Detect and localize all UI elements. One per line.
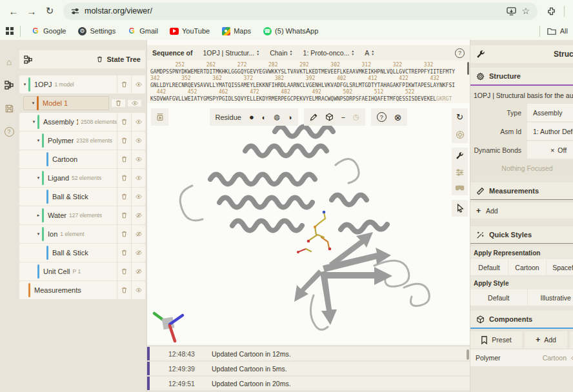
visibility-on-icon[interactable]	[131, 75, 145, 93]
delete-node-icon[interactable]	[117, 113, 131, 131]
tree-item[interactable]: Measurements	[19, 281, 117, 299]
sequence-line[interactable]: GAMDPSSPNYDKWEMERTDITMKHKLGGGQYGEVYEGVWK…	[150, 69, 470, 76]
tree-item[interactable]: Cartoon	[19, 150, 117, 168]
visibility-on-icon[interactable]	[131, 169, 145, 187]
bookmark-settings[interactable]: ⚙Settings	[73, 24, 120, 37]
expand-arrow-icon[interactable]: ▾	[35, 231, 42, 237]
install-icon[interactable]	[507, 7, 516, 15]
delete-node-icon[interactable]	[117, 75, 131, 93]
close-selection-icon[interactable]: ⊗	[394, 112, 402, 122]
tree-item[interactable]: Unit CellP 1	[19, 262, 117, 280]
reload-icon[interactable]: ↻	[41, 3, 58, 19]
visibility-on-icon[interactable]	[131, 132, 145, 150]
remove-state-icon[interactable]	[96, 55, 103, 63]
reset-camera-icon[interactable]: ↻	[456, 112, 463, 122]
bookmark-youtube[interactable]: YouTube	[165, 24, 214, 37]
back-icon[interactable]: ←	[5, 3, 22, 19]
expand-arrow-icon[interactable]: ▾	[21, 82, 28, 87]
home-icon[interactable]: ⌂	[4, 57, 14, 67]
xr-goggles-icon[interactable]	[455, 185, 465, 191]
controls-wrench-icon[interactable]	[456, 152, 464, 160]
measurements-section-header[interactable]: Measurements	[470, 182, 573, 199]
protein-structure[interactable]	[147, 103, 470, 345]
tree-item[interactable]: ▾Assembly 12508 elements	[19, 113, 117, 131]
all-bookmarks-label[interactable]: All	[560, 27, 568, 35]
components-section-header[interactable]: Components	[470, 311, 573, 328]
subtract-icon[interactable]: −	[341, 113, 345, 121]
sequence-scrollbar[interactable]	[467, 62, 469, 75]
delete-node-icon[interactable]	[117, 225, 131, 243]
settings-sliders-icon[interactable]	[456, 168, 464, 177]
tree-item[interactable]: ▾Polymer2328 elements	[19, 132, 117, 150]
site-settings-icon[interactable]	[71, 7, 79, 15]
bookmark-google[interactable]: GGoogle	[26, 24, 70, 37]
component-cube-icon[interactable]	[325, 113, 334, 121]
expand-arrow-icon[interactable]: ▾	[30, 101, 37, 106]
selection-cursor-icon[interactable]	[456, 204, 464, 213]
save-icon[interactable]	[4, 103, 14, 113]
mode-select[interactable]: Chain▲▼	[266, 49, 296, 57]
help-icon[interactable]: ?	[4, 126, 14, 137]
rep-spacefill-button[interactable]: Spacefill	[547, 259, 573, 275]
sequence-help-icon[interactable]: ?	[455, 48, 465, 58]
component-add-button[interactable]: + Add	[525, 331, 567, 348]
bookmark-gmail[interactable]: GGmail	[123, 24, 163, 37]
theme-brush-icon[interactable]	[310, 113, 317, 121]
address-bar[interactable]: molstar.org/viewer/ ☆	[63, 3, 538, 20]
visibility-on-icon[interactable]	[131, 113, 145, 131]
delete-node-icon[interactable]	[117, 206, 131, 224]
rep-cartoon-button[interactable]: Cartoon	[508, 259, 546, 275]
selection-help-icon[interactable]: ?	[377, 112, 387, 122]
rep-default-button[interactable]: Default	[470, 259, 508, 275]
delete-node-icon[interactable]	[117, 132, 131, 150]
structure-section-header[interactable]: Structure	[470, 68, 573, 84]
granularity-select[interactable]: Residue	[216, 113, 241, 121]
type-value[interactable]: Assembly	[527, 104, 573, 121]
measurements-add-button[interactable]: + Add	[470, 202, 573, 219]
tree-item[interactable]: ▾Ligand52 elements	[19, 169, 117, 187]
tree-item[interactable]: ▾Ion1 element	[19, 225, 117, 243]
sequence-line[interactable]: GNLLDYLRECNRQEVSAVVLLYMATQISSAMEYLEKKNFI…	[150, 83, 470, 90]
expand-arrow-icon[interactable]: ▾	[35, 138, 42, 143]
delete-node-icon[interactable]	[117, 188, 131, 206]
tree-item[interactable]: ▸Water127 elements	[19, 206, 117, 224]
asm-id-value[interactable]: 1: Author Defined Assembly	[527, 122, 573, 140]
style-default-button[interactable]: Default	[470, 289, 527, 306]
apps-grid-icon[interactable]	[5, 26, 14, 35]
delete-node-icon[interactable]	[117, 281, 131, 299]
bookmark-star-icon[interactable]: ☆	[521, 6, 530, 16]
visibility-off-icon[interactable]	[131, 262, 145, 280]
history-icon[interactable]: ◷	[353, 113, 359, 121]
forward-icon[interactable]: →	[23, 3, 40, 19]
bookmark-whatsapp[interactable]: ☎(5) WhatsApp	[258, 24, 323, 37]
structure-select[interactable]: 1OPJ | Structur...▲▼	[199, 49, 263, 57]
delete-node-icon[interactable]	[117, 262, 131, 280]
delete-node-icon[interactable]	[111, 99, 125, 107]
sequence-line[interactable]: KSDVWAFGVLLWEIATYGMSPYPGIDLSQVYELLEKDYRM…	[150, 96, 470, 103]
component-row-polymer[interactable]: Polymer Cartoon	[470, 349, 573, 366]
visibility-off-icon[interactable]	[131, 206, 145, 224]
select-subtract-icon[interactable]: ◑	[288, 113, 292, 121]
delete-node-icon[interactable]	[117, 244, 131, 262]
tree-item[interactable]: ▾1OPJ1 model	[19, 75, 117, 93]
log-panel[interactable]: 12:48:43Updated Cartoon in 12ms.12:49:39…	[147, 345, 470, 392]
quick-styles-section-header[interactable]: Quick Styles	[470, 226, 573, 243]
visibility-on-icon[interactable]	[131, 281, 145, 299]
tree-item[interactable]: Ball & Stick	[19, 188, 117, 206]
visibility-off-icon[interactable]	[131, 225, 145, 243]
expand-arrow-icon[interactable]: ▾	[35, 175, 42, 181]
sequence-view[interactable]: 252 262 272 282 292 302 312 322 332 GAMD…	[147, 61, 470, 104]
url-text[interactable]: molstar.org/viewer/	[85, 6, 501, 15]
select-intersect-icon[interactable]: ◍	[274, 113, 280, 121]
component-visibility-icon[interactable]	[570, 355, 573, 362]
visibility-on-icon[interactable]	[131, 150, 145, 168]
tree-item[interactable]: Ball & Stick	[19, 244, 117, 262]
delete-node-icon[interactable]	[117, 169, 131, 187]
folder-icon[interactable]	[547, 27, 556, 35]
bookmark-maps[interactable]: Maps	[217, 24, 256, 37]
preset-button[interactable]: Preset	[470, 331, 522, 348]
viewport[interactable]: Residue ● ◐ ◍ ◑ − ◷ ? ⊗	[147, 103, 470, 345]
log-scrollbar[interactable]	[467, 349, 469, 360]
chain-select[interactable]: 1: Proto-onco...▲▼	[299, 49, 359, 57]
screenshot-icon[interactable]	[456, 130, 465, 139]
